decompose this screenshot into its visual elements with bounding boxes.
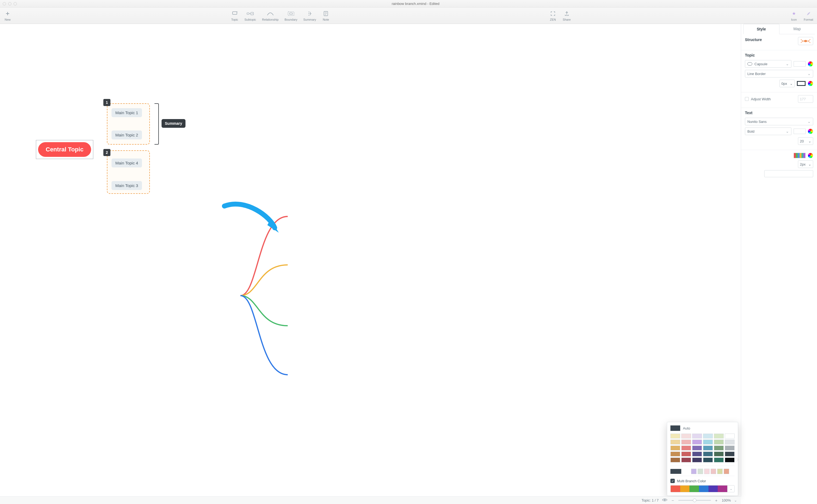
color-wheel-icon[interactable] (808, 81, 813, 86)
palette-swatch[interactable] (725, 434, 735, 438)
palette-swatch[interactable] (692, 452, 702, 456)
palette-swatch[interactable] (725, 446, 735, 450)
palette-swatch[interactable] (670, 458, 680, 462)
recent-auto[interactable] (670, 469, 681, 474)
palette-swatch[interactable] (681, 446, 691, 450)
width-input[interactable]: 177 (798, 95, 813, 103)
font-family-select[interactable]: Nunito Sans (745, 118, 813, 125)
adjust-width-checkbox[interactable] (745, 97, 749, 101)
tab-style[interactable]: Style (743, 24, 779, 34)
branch-rainbow-swatch[interactable] (794, 153, 806, 158)
palette-swatch[interactable] (670, 440, 680, 444)
recent-swatch[interactable] (698, 469, 703, 474)
format-button[interactable]: Format (804, 10, 813, 21)
palette-swatch[interactable] (681, 452, 691, 456)
topic-node[interactable]: Main Topic 1 (111, 108, 142, 117)
central-topic[interactable]: Central Topic (38, 142, 91, 157)
zoom-dot[interactable] (14, 2, 17, 5)
palette-swatch[interactable] (714, 440, 724, 444)
zen-button[interactable]: ZEN (549, 10, 557, 21)
summary-node[interactable]: Summary (161, 119, 185, 128)
color-wheel-icon[interactable] (808, 61, 813, 67)
palette-swatch[interactable] (725, 452, 735, 456)
color-wheel-icon[interactable] (808, 129, 813, 134)
boundary-button[interactable]: Boundary (284, 10, 297, 21)
eye-icon[interactable] (662, 498, 667, 503)
palette-swatch[interactable] (703, 446, 713, 450)
border-swatch[interactable] (797, 81, 806, 86)
tab-map[interactable]: Map (779, 24, 815, 34)
zoom-out-button[interactable]: − (671, 498, 675, 503)
zoom-in-button[interactable]: + (714, 498, 719, 503)
palette-swatch[interactable] (670, 452, 680, 456)
palette-swatch[interactable] (714, 452, 724, 456)
marker-2[interactable]: 2 (103, 149, 110, 156)
palette-swatch[interactable] (681, 440, 691, 444)
palette-swatch[interactable] (725, 440, 735, 444)
subtopic-icon: + (246, 10, 254, 17)
topic-button[interactable]: + Topic (231, 10, 238, 21)
palette-swatch[interactable] (670, 446, 680, 450)
palette-swatch[interactable] (703, 434, 713, 438)
topic-count: Topic: 1 / 7 (642, 498, 659, 502)
palette-swatch[interactable] (703, 452, 713, 456)
palette-swatch[interactable] (692, 440, 702, 444)
border-style-select[interactable]: Line Border (745, 70, 813, 77)
note-button[interactable]: Note (322, 10, 329, 21)
palette-swatch[interactable] (681, 434, 691, 438)
palette-swatch[interactable] (714, 446, 724, 450)
border-width-value: 0px (781, 82, 787, 86)
svg-rect-5 (288, 12, 294, 15)
font-size-input[interactable]: 20⌄ (798, 137, 813, 145)
border-width-input[interactable]: 0px⌄ (779, 80, 795, 87)
palette-swatch[interactable] (692, 446, 702, 450)
palette-swatch[interactable] (703, 440, 713, 444)
topic-node[interactable]: Main Topic 3 (111, 181, 142, 190)
summary-button[interactable]: Summary (303, 10, 316, 21)
recent-swatch[interactable] (724, 469, 729, 474)
section-topic: Topic Capsule Line Border 0px⌄ (741, 50, 817, 92)
palette-swatch[interactable] (692, 458, 702, 462)
palette-swatch[interactable] (703, 458, 713, 462)
relationship-icon (266, 10, 274, 17)
multi-branch-checkbox[interactable]: ✓ (670, 479, 675, 483)
icon-button[interactable]: ★ Icon (790, 10, 798, 21)
topic-node[interactable]: Main Topic 4 (111, 158, 142, 167)
font-weight-select[interactable]: Bold (745, 127, 791, 135)
section-structure: Structure (741, 34, 817, 50)
palette-swatch[interactable] (725, 458, 735, 462)
recent-swatch[interactable] (711, 469, 716, 474)
zoom-slider[interactable] (678, 500, 711, 501)
structure-select[interactable] (798, 37, 813, 45)
auto-color-swatch[interactable] (670, 425, 680, 431)
relationship-button[interactable]: Relationship (262, 10, 279, 21)
recent-swatch[interactable] (691, 469, 697, 474)
shape-select[interactable]: Capsule (745, 60, 791, 68)
subtopic-button[interactable]: + Subtopic (244, 10, 256, 21)
canvas[interactable]: Central Topic 1 2 Main Topic 1 Main Topi… (0, 24, 741, 496)
fill-swatch[interactable] (794, 61, 806, 67)
palette-swatch[interactable] (670, 434, 680, 438)
zoom-value[interactable]: 100% (722, 498, 731, 502)
branch-shape-select[interactable] (764, 170, 813, 177)
topic-node[interactable]: Main Topic 2 (111, 130, 142, 139)
close-dot[interactable] (3, 2, 6, 5)
palette-swatch[interactable] (714, 434, 724, 438)
palette-swatch[interactable] (692, 434, 702, 438)
recent-swatch[interactable] (704, 469, 710, 474)
boundary-label: Boundary (284, 18, 297, 21)
multi-branch-gradient-select[interactable]: ⌄ (670, 485, 735, 492)
chevron-down-icon[interactable]: ⌄ (734, 498, 737, 502)
text-color-swatch[interactable] (794, 129, 806, 134)
branch-width-input[interactable]: 2px⌄ (798, 160, 813, 168)
new-button[interactable]: New (4, 10, 11, 21)
share-button[interactable]: Share (563, 10, 571, 21)
minimize-dot[interactable] (8, 2, 11, 5)
palette-swatch[interactable] (714, 458, 724, 462)
recent-swatch[interactable] (717, 469, 723, 474)
marker-1[interactable]: 1 (103, 99, 110, 106)
color-wheel-icon[interactable] (808, 153, 813, 158)
panel-tabs: Style Map (743, 24, 815, 34)
palette-swatch[interactable] (681, 458, 691, 462)
window-controls[interactable] (3, 2, 17, 5)
